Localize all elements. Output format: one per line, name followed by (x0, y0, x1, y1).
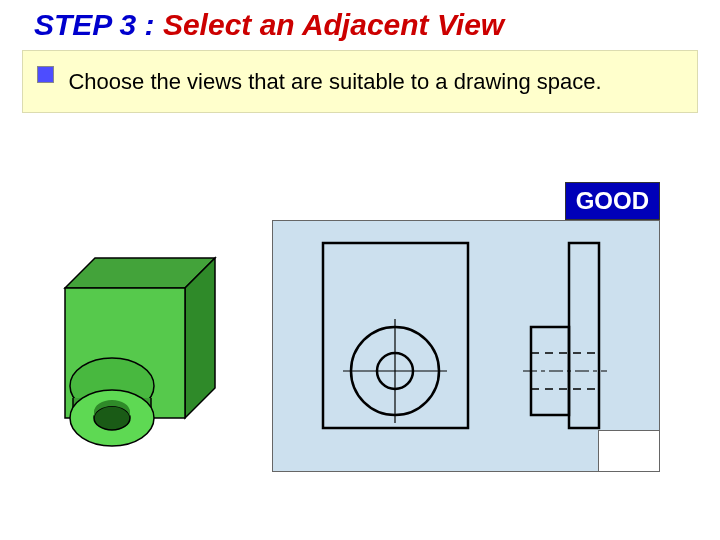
svg-point-15 (94, 406, 130, 430)
svg-rect-5 (569, 243, 599, 428)
isometric-container (40, 248, 240, 458)
title-rest: Select an Adjacent View (163, 8, 504, 41)
good-badge: GOOD (565, 182, 660, 220)
title-step: STEP 3 : (34, 8, 163, 41)
isometric-part-icon (40, 248, 240, 458)
bullet-icon (37, 66, 54, 83)
description-box: Choose the views that are suitable to a … (22, 50, 698, 113)
corner-inset (598, 430, 660, 472)
drawing-panel (272, 220, 660, 472)
description-text: Choose the views that are suitable to a … (68, 63, 668, 100)
slide-title: STEP 3 : Select an Adjacent View (0, 0, 720, 50)
